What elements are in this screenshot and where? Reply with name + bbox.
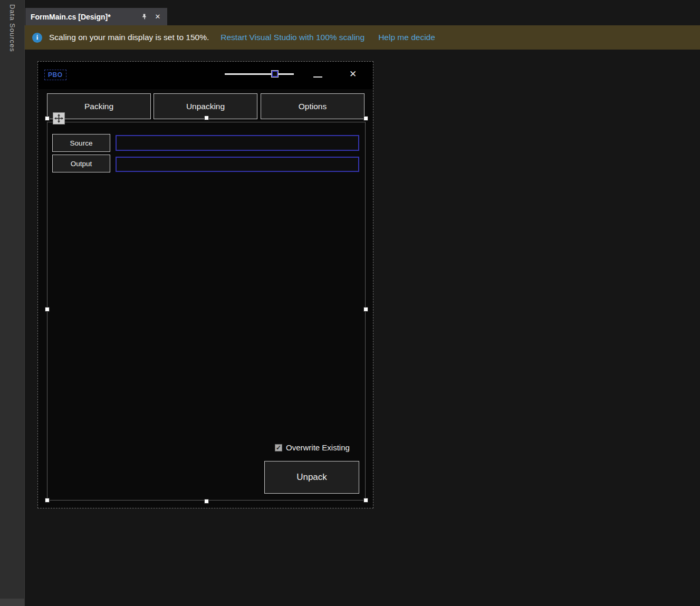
unpack-button[interactable]: Unpack: [264, 461, 359, 494]
minimize-icon[interactable]: [313, 76, 322, 78]
document-tab[interactable]: FormMain.cs [Design]* ✕: [25, 8, 167, 25]
pin-icon[interactable]: [140, 13, 148, 21]
move-handle-icon[interactable]: [53, 112, 65, 124]
overwrite-existing-checkbox[interactable]: ✓ Overwrite Existing: [275, 443, 350, 452]
scrollbar-corner: [0, 599, 24, 606]
selection-handle[interactable]: [45, 307, 50, 312]
selection-handle[interactable]: [363, 116, 368, 121]
selection-handle[interactable]: [204, 499, 209, 504]
form-close-icon[interactable]: ✕: [349, 69, 357, 80]
form-title-bar: PBO ✕: [38, 62, 373, 89]
info-bar: i Scaling on your main display is set to…: [25, 25, 700, 50]
data-sources-panel[interactable]: Data Sources: [0, 0, 25, 606]
source-button[interactable]: Source: [52, 134, 110, 152]
restart-scaling-link[interactable]: Restart Visual Studio with 100% scaling: [220, 33, 365, 42]
overwrite-existing-label: Overwrite Existing: [286, 443, 350, 452]
source-input[interactable]: [116, 135, 359, 151]
designed-form[interactable]: PBO ✕ Packing Unpacking Options Source O…: [37, 61, 373, 508]
scaling-message: Scaling on your main display is set to 1…: [49, 33, 209, 42]
options-button[interactable]: Options: [261, 93, 365, 119]
output-button[interactable]: Output: [52, 155, 110, 172]
info-icon: i: [32, 33, 42, 43]
selection-handle[interactable]: [204, 116, 209, 120]
help-me-decide-link[interactable]: Help me decide: [378, 33, 435, 42]
form-title-label[interactable]: PBO: [44, 70, 66, 80]
checkbox-check-icon[interactable]: ✓: [275, 444, 282, 451]
output-input[interactable]: [116, 157, 359, 172]
selection-handle[interactable]: [363, 307, 368, 312]
trackbar-control[interactable]: [225, 73, 294, 75]
document-tab-title: FormMain.cs [Design]*: [31, 13, 135, 21]
vs-designer-window: Data Sources FormMain.cs [Design]* ✕ i S…: [0, 0, 700, 606]
selection-handle[interactable]: [45, 116, 50, 121]
selection-handle[interactable]: [363, 498, 368, 503]
close-icon[interactable]: ✕: [154, 13, 162, 21]
selection-handle[interactable]: [45, 498, 50, 503]
data-sources-label: Data Sources: [8, 4, 16, 52]
trackbar-thumb[interactable]: [272, 71, 278, 77]
